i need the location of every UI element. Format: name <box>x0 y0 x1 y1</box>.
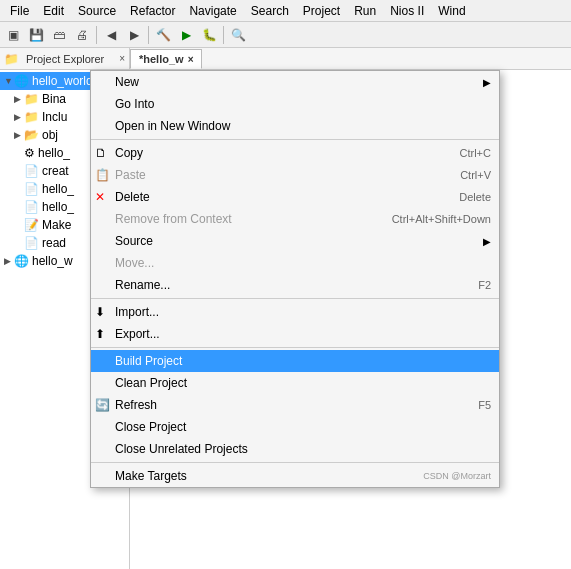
menu-wind[interactable]: Wind <box>432 2 471 20</box>
menu-file[interactable]: File <box>4 2 35 20</box>
tree-item-label: creat <box>42 164 69 178</box>
makefile-icon: 📝 <box>24 218 39 232</box>
cm-remove-context[interactable]: Remove from Context Ctrl+Alt+Shift+Down <box>91 208 499 230</box>
folder-icon: 📂 <box>24 128 39 142</box>
cm-separator-2 <box>91 298 499 299</box>
cm-copy-shortcut: Ctrl+C <box>460 147 491 159</box>
cm-close-unrelated-label: Close Unrelated Projects <box>115 442 248 456</box>
menu-navigate[interactable]: Navigate <box>183 2 242 20</box>
toolbar-run[interactable]: ▶ <box>175 24 197 46</box>
tree-item-label: obj <box>42 128 58 142</box>
file-icon: 📄 <box>24 236 39 250</box>
toolbar-search[interactable]: 🔍 <box>227 24 249 46</box>
file-icon: 📄 <box>24 164 39 178</box>
toolbar-save2[interactable]: 🗃 <box>48 24 70 46</box>
cm-import-label: Import... <box>115 305 159 319</box>
export-icon: ⬆ <box>95 327 105 341</box>
copy-icon: 🗋 <box>95 146 107 160</box>
cm-make-targets-label: Make Targets <box>115 469 187 483</box>
cm-open-window[interactable]: Open in New Window <box>91 115 499 137</box>
cm-build-project[interactable]: Build Project <box>91 350 499 372</box>
cm-rename-label: Rename... <box>115 278 170 292</box>
cm-new-label: New <box>115 75 139 89</box>
cm-new[interactable]: New ▶ <box>91 71 499 93</box>
cm-make-targets[interactable]: Make Targets CSDN @Morzart <box>91 465 499 487</box>
cm-move[interactable]: Move... <box>91 252 499 274</box>
cm-copy[interactable]: 🗋 Copy Ctrl+C <box>91 142 499 164</box>
cm-go-into-label: Go Into <box>115 97 154 111</box>
menu-project[interactable]: Project <box>297 2 346 20</box>
menu-run[interactable]: Run <box>348 2 382 20</box>
refresh-icon: 🔄 <box>95 398 110 412</box>
tree-second-root-label: hello_w <box>32 254 73 268</box>
panel-icon: 📁 <box>4 52 19 66</box>
context-menu: New ▶ Go Into Open in New Window 🗋 Copy … <box>90 70 500 488</box>
cm-go-into[interactable]: Go Into <box>91 93 499 115</box>
cm-rename-shortcut: F2 <box>478 279 491 291</box>
tree-arrow: ▶ <box>14 112 24 122</box>
tree-arrow: ▶ <box>14 130 24 140</box>
cm-export[interactable]: ⬆ Export... <box>91 323 499 345</box>
cm-new-arrow: ▶ <box>483 77 491 88</box>
tree-arrow: ▶ <box>14 94 24 104</box>
menu-edit[interactable]: Edit <box>37 2 70 20</box>
cm-rename[interactable]: Rename... F2 <box>91 274 499 296</box>
cm-move-label: Move... <box>115 256 154 270</box>
cm-import[interactable]: ⬇ Import... <box>91 301 499 323</box>
cm-open-window-label: Open in New Window <box>115 119 230 133</box>
cm-source[interactable]: Source ▶ <box>91 230 499 252</box>
tree-arrow: ▶ <box>4 256 14 266</box>
tree-item-label: read <box>42 236 66 250</box>
panel-title: Project Explorer <box>26 53 115 65</box>
sep2 <box>148 26 149 44</box>
cm-paste[interactable]: 📋 Paste Ctrl+V <box>91 164 499 186</box>
cm-refresh[interactable]: 🔄 Refresh F5 <box>91 394 499 416</box>
delete-icon: ✕ <box>95 190 105 204</box>
tab-close-icon[interactable]: × <box>188 54 194 65</box>
toolbar-save[interactable]: 💾 <box>25 24 47 46</box>
menubar: File Edit Source Refactor Navigate Searc… <box>0 0 571 22</box>
tree-item-label: Make <box>42 218 71 232</box>
toolbar-forward[interactable]: ▶ <box>123 24 145 46</box>
cm-remove-context-shortcut: Ctrl+Alt+Shift+Down <box>392 213 491 225</box>
tree-item-label: hello_ <box>42 182 74 196</box>
cm-source-arrow: ▶ <box>483 236 491 247</box>
file-icon: 📄 <box>24 182 39 196</box>
cm-clean-project[interactable]: Clean Project <box>91 372 499 394</box>
toolbar-build[interactable]: 🔨 <box>152 24 174 46</box>
cm-close-project-label: Close Project <box>115 420 186 434</box>
editor-tabs-bar: *hello_w × <box>130 48 571 70</box>
tree-arrow: ▼ <box>4 76 14 86</box>
cm-refresh-label: Refresh <box>115 398 157 412</box>
cm-separator-3 <box>91 347 499 348</box>
cm-refresh-shortcut: F5 <box>478 399 491 411</box>
toolbar-debug[interactable]: 🐛 <box>198 24 220 46</box>
toolbar-new[interactable]: ▣ <box>2 24 24 46</box>
paste-icon: 📋 <box>95 168 110 182</box>
cm-delete[interactable]: ✕ Delete Delete <box>91 186 499 208</box>
cm-source-label: Source <box>115 234 153 248</box>
sep1 <box>96 26 97 44</box>
toolbar-print[interactable]: 🖨 <box>71 24 93 46</box>
tab-label: *hello_w <box>139 53 184 65</box>
menu-refactor[interactable]: Refactor <box>124 2 181 20</box>
cm-close-project[interactable]: Close Project <box>91 416 499 438</box>
folder-icon: 📁 <box>24 110 39 124</box>
watermark: CSDN @Morzart <box>423 471 491 481</box>
panel-header: 📁 Project Explorer × <box>0 48 129 70</box>
folder-icon: 📁 <box>24 92 39 106</box>
gear-icon: ⚙ <box>24 146 35 160</box>
editor-tab[interactable]: *hello_w × <box>130 49 202 69</box>
menu-niosii[interactable]: Nios II <box>384 2 430 20</box>
menu-search[interactable]: Search <box>245 2 295 20</box>
cm-copy-label: Copy <box>115 146 143 160</box>
file-icon: 📄 <box>24 200 39 214</box>
toolbar-back[interactable]: ◀ <box>100 24 122 46</box>
cm-paste-shortcut: Ctrl+V <box>460 169 491 181</box>
panel-close-button[interactable]: × <box>119 53 125 64</box>
tree-item-label: Bina <box>42 92 66 106</box>
cm-clean-project-label: Clean Project <box>115 376 187 390</box>
cm-close-unrelated[interactable]: Close Unrelated Projects <box>91 438 499 460</box>
menu-source[interactable]: Source <box>72 2 122 20</box>
cm-delete-shortcut: Delete <box>459 191 491 203</box>
